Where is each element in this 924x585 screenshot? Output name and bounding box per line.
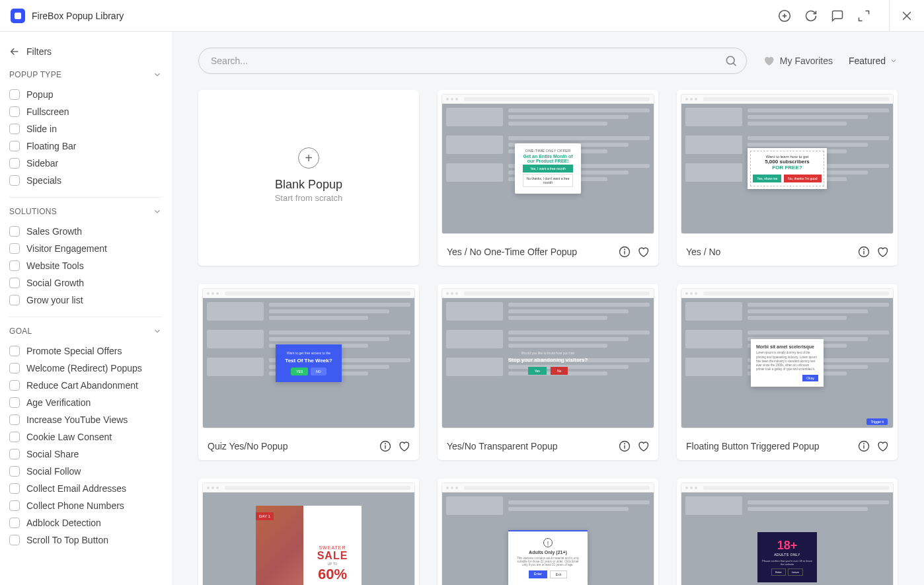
checkbox[interactable] (9, 175, 20, 186)
checkbox[interactable] (9, 260, 20, 271)
svg-line-7 (733, 63, 736, 65)
checkbox[interactable] (9, 518, 20, 528)
filter-item[interactable]: Social Share (9, 446, 162, 463)
filter-item[interactable]: Website Tools (9, 257, 162, 274)
heart-icon[interactable] (637, 246, 649, 258)
refresh-icon[interactable] (804, 9, 818, 22)
filter-label: Welcome (Redirect) Popups (26, 363, 142, 373)
filter-item[interactable]: Floating Bar (9, 137, 162, 155)
filter-label: Grow your list (26, 295, 83, 305)
info-icon[interactable] (858, 440, 870, 452)
header-actions (778, 0, 913, 32)
filter-item[interactable]: Welcome (Redirect) Popups (9, 360, 162, 377)
template-card[interactable]: Would you like to know how you can Stop … (438, 284, 658, 460)
search-icon[interactable] (724, 54, 738, 67)
checkbox[interactable] (9, 124, 20, 134)
template-card[interactable]: Morbi sit amet scelerisque Lorem ipsum i… (677, 284, 898, 460)
filter-item[interactable]: Sidebar (9, 155, 162, 172)
card-title: Yes / No One-Time Offer Popup (447, 247, 577, 257)
checkbox[interactable] (9, 89, 20, 100)
filter-group-header[interactable]: POPUP TYPE (9, 70, 162, 79)
template-card[interactable]: DAY 1 SWEATER SALE UP TO 60% (198, 479, 419, 585)
filter-item[interactable]: Reduce Cart Abandonment (9, 377, 162, 394)
filters-toggle[interactable]: Filters (9, 42, 162, 61)
filter-item[interactable]: Social Growth (9, 274, 162, 292)
filter-item[interactable]: Collect Email Addresses (9, 480, 162, 497)
filter-label: Increase YouTube Views (26, 414, 128, 425)
filter-label: Website Tools (26, 260, 84, 271)
filter-group-header[interactable]: GOAL (9, 327, 162, 336)
toolbar: My Favorites Featured (198, 48, 898, 74)
close-icon[interactable] (900, 9, 913, 22)
checkbox[interactable] (9, 295, 20, 305)
checkbox[interactable] (9, 226, 20, 237)
filter-item[interactable]: Visitor Engagement (9, 240, 162, 257)
blank-popup-card[interactable]: + Blank Popup Start from scratch (198, 90, 419, 266)
chevron-down-icon (890, 57, 898, 65)
checkbox[interactable] (9, 397, 20, 408)
info-icon[interactable] (619, 246, 631, 258)
checkbox[interactable] (9, 363, 20, 373)
filter-item[interactable]: Social Follow (9, 463, 162, 480)
checkbox[interactable] (9, 500, 20, 511)
checkbox[interactable] (9, 106, 20, 117)
checkbox[interactable] (9, 449, 20, 459)
info-icon[interactable] (858, 246, 870, 258)
template-card[interactable]: Want to learn how to get 5,000 subscribe… (677, 90, 898, 266)
svg-point-10 (625, 249, 625, 250)
checkbox[interactable] (9, 278, 20, 288)
filter-item[interactable]: Age Verification (9, 394, 162, 411)
info-icon[interactable] (619, 440, 631, 452)
blank-title: Blank Popup (275, 178, 342, 192)
filter-label: Collect Phone Numbers (26, 500, 124, 511)
chevron-down-icon (153, 70, 162, 79)
checkbox[interactable] (9, 346, 20, 356)
filter-item[interactable]: Fullscreen (9, 103, 162, 120)
template-card[interactable]: Want to get free access to the Test Of T… (198, 284, 419, 460)
template-card[interactable]: ONE-TIME ONLY OFFER Get an Entire Month … (438, 90, 658, 266)
filter-label: Reduce Cart Abandonment (26, 380, 138, 391)
fullscreen-icon[interactable] (857, 9, 870, 22)
checkbox[interactable] (9, 414, 20, 425)
heart-icon[interactable] (398, 440, 410, 452)
filter-label: Social Follow (26, 466, 81, 477)
checkbox[interactable] (9, 380, 20, 391)
filter-item[interactable]: Adblock Detection (9, 514, 162, 531)
filter-item[interactable]: Slide in (9, 120, 162, 137)
info-icon[interactable] (379, 440, 391, 452)
template-card[interactable]: ! Adults Only (21+) This website contain… (438, 479, 658, 585)
filter-item[interactable]: Grow your list (9, 292, 162, 309)
checkbox[interactable] (9, 243, 20, 254)
heart-icon[interactable] (876, 246, 888, 258)
add-icon[interactable] (778, 9, 791, 22)
checkbox[interactable] (9, 483, 20, 494)
filter-item[interactable]: Cookie Law Consent (9, 428, 162, 446)
favorites-button[interactable]: My Favorites (763, 55, 833, 67)
filter-label: Adblock Detection (26, 518, 101, 528)
filter-item[interactable]: Promote Special Offers (9, 342, 162, 360)
checkbox[interactable] (9, 535, 20, 545)
checkbox[interactable] (9, 432, 20, 442)
filter-item[interactable]: Collect Phone Numbers (9, 497, 162, 514)
filter-item[interactable]: Scroll To Top Button (9, 531, 162, 549)
group-title: GOAL (9, 327, 32, 336)
blank-subtitle: Start from scratch (275, 193, 343, 203)
filter-item[interactable]: Popup (9, 86, 162, 103)
heart-icon[interactable] (637, 440, 649, 452)
filter-item[interactable]: Specials (9, 172, 162, 189)
checkbox[interactable] (9, 141, 20, 151)
sort-dropdown[interactable]: Featured (849, 56, 898, 66)
svg-point-22 (864, 444, 865, 444)
filter-item[interactable]: Sales Growth (9, 223, 162, 240)
checkbox[interactable] (9, 158, 20, 169)
checkbox[interactable] (9, 466, 20, 477)
search-input[interactable] (198, 48, 747, 74)
heart-icon (763, 55, 775, 67)
comment-icon[interactable] (831, 9, 844, 22)
heart-icon[interactable] (876, 440, 888, 452)
card-title: Yes / No (686, 247, 720, 257)
template-card[interactable]: 18+ ADULTS ONLY Please confirm that you'… (677, 479, 898, 585)
filter-item[interactable]: Increase YouTube Views (9, 411, 162, 428)
filter-label: Popup (26, 89, 53, 100)
filter-group-header[interactable]: SOLUTIONS (9, 207, 162, 216)
